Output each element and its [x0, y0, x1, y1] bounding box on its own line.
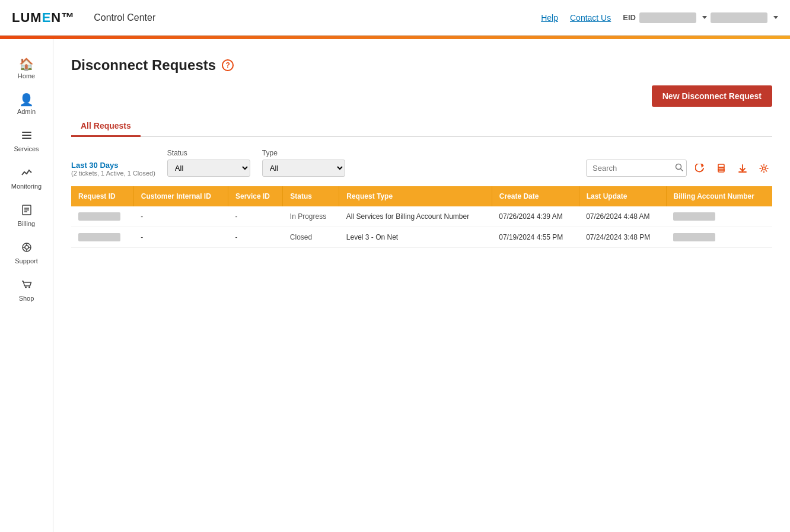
toolbar-row: New Disconnect Request — [71, 85, 772, 107]
sidebar: 🏠 Home 👤 Admin Services Monito — [0, 39, 53, 532]
tabs-bar: All Requests — [71, 116, 772, 137]
sidebar-item-monitoring[interactable]: Monitoring — [0, 160, 53, 197]
page-help-icon[interactable]: ? — [222, 59, 234, 71]
monitoring-icon — [21, 167, 33, 180]
main-content: Disconnect Requests ? New Disconnect Req… — [53, 39, 790, 532]
status-filter-label: Status — [167, 149, 250, 157]
cell-create-date: 07/19/2024 4:55 PM — [492, 227, 579, 248]
layout: 🏠 Home 👤 Admin Services Monito — [0, 39, 790, 532]
svg-point-13 — [25, 286, 27, 288]
svg-line-16 — [681, 169, 683, 171]
cell-service-id: - — [228, 227, 282, 248]
cell-last-update: 07/24/2024 3:48 PM — [579, 227, 666, 248]
header-nav: Help Contact Us EID XXXXXXXXXX XXXXXXXXX… — [541, 12, 778, 23]
print-button[interactable] — [713, 160, 730, 177]
sidebar-label-billing: Billing — [18, 220, 35, 227]
requests-table-wrap: Request ID Customer Internal ID Service … — [71, 186, 772, 248]
eid-value: XXXXXXXXXX — [639, 12, 696, 23]
search-group — [586, 160, 772, 177]
cell-service-id: - — [228, 206, 282, 227]
requests-table: Request ID Customer Internal ID Service … — [71, 186, 772, 248]
header: LUMEN™ Control Center Help Contact Us EI… — [0, 0, 790, 36]
col-status: Status — [283, 186, 339, 206]
cell-request-id: XXXXXXXX — [71, 206, 133, 227]
user-value: XXXXXXXXXX — [711, 12, 767, 23]
svg-point-22 — [763, 167, 766, 170]
page-title: Disconnect Requests — [71, 57, 216, 74]
sidebar-item-admin[interactable]: 👤 Admin — [0, 87, 53, 122]
sidebar-label-monitoring: Monitoring — [11, 183, 42, 190]
eid-section: EID XXXXXXXXXX XXXXXXXXXX — [623, 12, 778, 23]
cell-customer-internal-id: - — [133, 206, 228, 227]
sidebar-item-billing[interactable]: Billing — [0, 197, 53, 234]
filter-date-label: Last 30 Days — [71, 161, 155, 170]
svg-point-8 — [25, 246, 28, 249]
search-input-wrap — [586, 160, 687, 177]
search-icon-button[interactable] — [675, 163, 683, 173]
new-disconnect-request-button[interactable]: New Disconnect Request — [652, 85, 772, 107]
eid-label: EID — [623, 13, 636, 22]
svg-point-14 — [28, 286, 30, 288]
cell-billing-account: XXXXXXXX — [666, 206, 772, 227]
col-service-id: Service ID — [228, 186, 282, 206]
svg-rect-0 — [22, 132, 31, 133]
sidebar-label-shop: Shop — [19, 295, 34, 302]
support-icon — [21, 241, 33, 255]
cell-status: In Progress — [283, 206, 339, 227]
refresh-button[interactable] — [692, 160, 708, 177]
print-icon — [716, 164, 726, 173]
svg-point-19 — [723, 168, 724, 168]
cell-status: Closed — [283, 227, 339, 248]
filter-date-info: Last 30 Days (2 tickets, 1 Active, 1 Clo… — [71, 161, 155, 177]
svg-rect-2 — [22, 138, 31, 139]
page-title-row: Disconnect Requests ? — [71, 57, 772, 74]
col-customer-internal-id: Customer Internal ID — [133, 186, 228, 206]
search-icon — [675, 163, 683, 171]
services-icon — [21, 129, 33, 143]
sidebar-label-services: Services — [14, 145, 39, 152]
table-row[interactable]: XXXXXXXX - - Closed Level 3 - On Net 07/… — [71, 227, 772, 248]
cell-last-update: 07/26/2024 4:48 AM — [579, 206, 666, 227]
download-icon — [738, 164, 747, 173]
eid-chevron-icon[interactable] — [702, 16, 707, 19]
tab-all-requests[interactable]: All Requests — [71, 116, 141, 137]
admin-icon: 👤 — [19, 94, 34, 106]
status-filter-select[interactable]: All In Progress Closed — [167, 160, 250, 177]
cell-request-id: XXXXXXXX — [71, 227, 133, 248]
sidebar-label-home: Home — [18, 72, 35, 79]
logo: LUMEN™ — [12, 10, 75, 26]
cell-billing-account: XXXXXXXX — [666, 227, 772, 248]
download-button[interactable] — [734, 160, 751, 177]
sidebar-item-support[interactable]: Support — [0, 234, 53, 272]
settings-button[interactable] — [756, 160, 772, 177]
app-title: Control Center — [94, 12, 155, 23]
sidebar-item-shop[interactable]: Shop — [0, 272, 53, 309]
sidebar-item-services[interactable]: Services — [0, 122, 53, 160]
cell-customer-internal-id: - — [133, 227, 228, 248]
col-request-id: Request ID — [71, 186, 133, 206]
col-request-type: Request Type — [339, 186, 492, 206]
billing-icon — [21, 204, 33, 218]
home-icon: 🏠 — [19, 58, 34, 70]
orange-accent-bar — [0, 36, 790, 39]
cell-request-type: Level 3 - On Net — [339, 227, 492, 248]
refresh-icon — [695, 164, 705, 173]
contact-us-link[interactable]: Contact Us — [570, 13, 611, 23]
col-billing-account: Billing Account Number — [666, 186, 772, 206]
table-row[interactable]: XXXXXXXX - - In Progress All Services fo… — [71, 206, 772, 227]
svg-rect-1 — [22, 135, 31, 136]
help-link[interactable]: Help — [541, 13, 558, 23]
filter-date-sub: (2 tickets, 1 Active, 1 Closed) — [71, 170, 155, 177]
table-body: XXXXXXXX - - In Progress All Services fo… — [71, 206, 772, 248]
search-input[interactable] — [586, 160, 687, 177]
type-filter-select[interactable]: All Level 3 - On Net All Services for Bi… — [262, 160, 345, 177]
sidebar-label-support: Support — [15, 257, 38, 265]
shop-icon — [21, 279, 33, 292]
type-filter-label: Type — [262, 149, 345, 157]
user-chevron-icon[interactable] — [773, 16, 778, 19]
col-create-date: Create Date — [492, 186, 579, 206]
cell-create-date: 07/26/2024 4:39 AM — [492, 206, 579, 227]
sidebar-item-home[interactable]: 🏠 Home — [0, 51, 53, 87]
logo-area: LUMEN™ Control Center — [12, 10, 155, 26]
sidebar-label-admin: Admin — [17, 108, 36, 115]
